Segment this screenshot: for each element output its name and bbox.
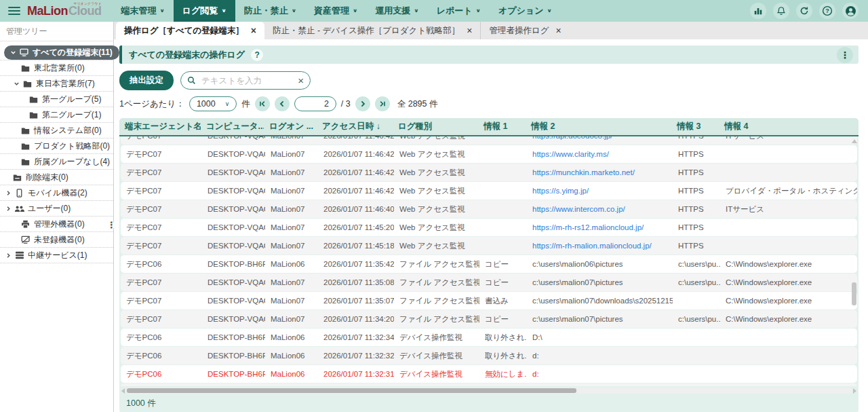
hamburger-menu-icon[interactable] [8,7,20,16]
next-page-button[interactable] [355,96,370,111]
tree-item[interactable]: 情報システム部(0) [0,123,113,138]
prev-page-button[interactable] [275,96,290,111]
per-page-select[interactable]: 1000 ∨ [189,96,237,111]
nav-item-オプション[interactable]: オプション∨ [490,0,561,22]
column-header[interactable]: コンピュータ... [201,121,264,132]
table-row[interactable]: デモPC07DESKTOP-VQAC...MaLion072026/01/07 … [121,274,857,291]
help-badge[interactable]: ? [251,49,263,61]
tree-item[interactable]: モバイル機器(2) [0,185,113,201]
table-row[interactable]: デモPC07DESKTOP-VQAC...MaLion072026/01/07 … [121,145,857,163]
last-page-button[interactable] [375,96,390,111]
search-icon [187,76,196,85]
table-row[interactable]: デモPC07DESKTOP-VQAC...MaLion072026/01/07 … [121,200,857,218]
help-icon[interactable]: ? [819,3,835,19]
horizontal-scrollbar[interactable] [119,386,859,395]
tree-item[interactable]: 第一グループ(5) [0,92,113,107]
account-icon[interactable] [842,3,859,19]
scroll-right-icon[interactable] [853,388,856,394]
chevron-down-icon[interactable] [12,81,20,87]
table-cell: デバイス操作監視 [394,351,479,361]
table-cell: c:\users\malion07\pictures [527,278,673,286]
page-number-input[interactable] [294,96,336,111]
horizontal-scrollbar-thumb[interactable] [127,388,576,393]
table-row[interactable]: デモPC07DESKTOP-VQAC...MaLion072026/01/07 … [121,292,857,310]
bell-icon[interactable] [773,3,789,19]
chevron-right-icon[interactable] [4,206,12,212]
table-row[interactable]: デモPC06DESKTOP-BH6RI...MaLion062026/01/07… [121,365,857,383]
column-header[interactable]: ログオン ... [264,121,317,132]
nav-item-レポート[interactable]: レポート∨ [428,0,490,22]
tree-item[interactable]: プロダクト戦略部(0) [0,138,113,154]
first-page-button[interactable] [255,96,270,111]
search-input[interactable] [200,75,294,86]
url-link[interactable]: https://m-rh-rs12.malioncloud.jp/ [527,223,673,231]
kebab-menu-icon[interactable]: ⋮ [837,47,853,63]
column-header[interactable]: 情報 4 [719,121,859,132]
column-header[interactable]: アクセス日時 ↓ [317,121,393,132]
chevron-down-icon[interactable] [9,50,17,56]
tree-item[interactable]: すべての登録端末(11) [0,45,113,60]
table-cell: デモPC07 [121,223,202,233]
url-link[interactable]: https://www.intercom.co.jp/ [527,205,673,213]
url-link[interactable]: https://api.docodoco.jp/ [527,136,673,140]
tree-item[interactable]: 管理外機器(0) [0,217,113,232]
url-link[interactable]: https://www.clarity.ms/ [527,150,673,158]
table-cell: 2026/01/07 11:45:20 [318,223,394,231]
table-cell: コピー [479,278,527,288]
tree-item[interactable]: 第二グループ(1) [0,107,113,123]
chevron-right-icon[interactable] [4,190,12,196]
tree-item-label: 東北営業所(0) [34,62,85,74]
tree-item[interactable]: 削除端末(0) [0,170,113,185]
table-cell: 無効にしま... [479,369,527,379]
table-row[interactable]: デモPC07DESKTOP-VQAC...MaLion072026/01/07 … [121,237,857,255]
tree-item[interactable]: 未登録機器(0) [0,232,113,248]
table-row[interactable]: デモPC07DESKTOP-VQAC...MaLion072026/01/07 … [121,219,857,236]
url-link[interactable]: https://s.yimg.jp/ [527,187,673,195]
url-link[interactable]: https://munchkin.marketo.net/ [527,168,673,176]
panel-splitter-handle[interactable]: ⋮ [107,223,116,228]
column-header[interactable]: 端末エージェント名 [119,121,201,132]
tree-item[interactable]: 中継サービス(1) [0,248,113,263]
tree-item[interactable]: 東北営業所(0) [0,60,113,76]
tree-item[interactable]: ユーザー(0) [0,201,113,217]
table-cell: デモPC06 [121,369,202,379]
scroll-left-icon[interactable] [121,388,125,394]
close-icon[interactable]: × [467,26,472,35]
tab[interactable]: 操作ログ［すべての登録端末］× [116,22,264,39]
tree-item[interactable]: 東日本営業所(7) [0,76,113,92]
table-cell: 2026/01/07 11:32:31 [318,370,394,378]
table-row[interactable]: デモPC07DESKTOP-VQAC...MaLion072026/01/07 … [121,136,857,145]
table-row[interactable]: デモPC07DESKTOP-VQAC...MaLion072026/01/07 … [121,164,857,181]
close-icon[interactable]: × [251,26,256,35]
total-pages-label: / 3 [341,99,351,109]
tab[interactable]: 防止・禁止 - デバイス操作［プロダクト戦略部］× [264,22,480,39]
vertical-scrollbar[interactable] [851,138,857,382]
table-row[interactable]: デモPC06DESKTOP-BH6RI...MaLion062026/01/07… [121,347,857,364]
refresh-icon[interactable] [796,3,812,19]
clear-search-icon[interactable]: × [298,75,304,86]
column-header[interactable]: 情報 3 [671,121,719,132]
tree-item[interactable]: 所属グループなし(4) [0,154,113,170]
table-row[interactable]: デモPC07DESKTOP-VQAC...MaLion072026/01/07 … [121,310,857,328]
nav-item-ログ閲覧[interactable]: ログ閲覧∨ [174,0,235,22]
close-icon[interactable]: × [555,26,561,35]
column-header[interactable]: 情報 1 [478,121,526,132]
table-cell: MaLion07 [265,278,318,286]
url-link[interactable]: https://m-rh-malion.malioncloud.jp/ [527,242,673,250]
column-header[interactable]: 情報 2 [526,121,671,132]
table-row[interactable]: デモPC06DESKTOP-BH6RI...MaLion062026/01/07… [121,329,857,346]
monitor-slash-icon [20,236,31,244]
mobile-icon [14,189,24,198]
nav-item-防止・禁止[interactable]: 防止・禁止∨ [235,0,305,22]
extract-settings-button[interactable]: 抽出設定 [119,71,174,90]
column-header[interactable]: ログ種別 [393,121,478,132]
nav-item-資産管理[interactable]: 資産管理∨ [305,0,366,22]
nav-item-運用支援[interactable]: 運用支援∨ [366,0,427,22]
bar-chart-icon[interactable] [750,3,766,19]
vertical-scrollbar-thumb[interactable] [852,282,856,305]
table-row[interactable]: デモPC07DESKTOP-VQAC...MaLion072026/01/07 … [121,182,857,200]
nav-item-端末管理[interactable]: 端末管理∨ [113,0,174,22]
chevron-right-icon[interactable] [4,252,12,259]
tab[interactable]: 管理者操作ログ× [480,22,569,39]
table-row[interactable]: デモPC06DESKTOP-BH6RI...MaLion062026/01/07… [121,255,857,273]
